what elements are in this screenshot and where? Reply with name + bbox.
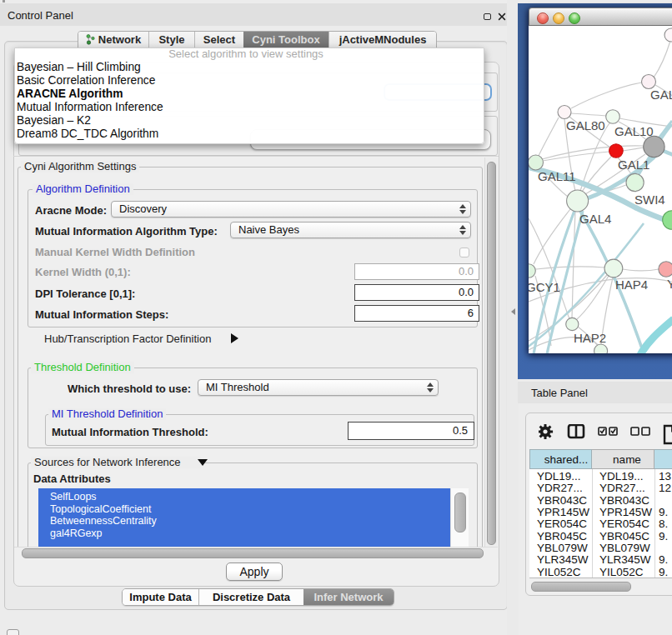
svg-text:GAL: GAL	[650, 88, 672, 102]
svg-text:GAL1: GAL1	[618, 158, 649, 172]
svg-text:SWI4: SWI4	[634, 192, 665, 207]
svg-text:Y: Y	[667, 277, 672, 291]
svg-text:GAL80: GAL80	[566, 118, 605, 132]
svg-text:HAP2: HAP2	[574, 331, 606, 345]
svg-text:GAL11: GAL11	[538, 169, 576, 183]
svg-text:GAL10: GAL10	[614, 124, 654, 138]
svg-text:HAP4: HAP4	[615, 278, 648, 292]
svg-text:GAL4: GAL4	[579, 212, 611, 226]
svg-text:GCY1: GCY1	[529, 280, 560, 294]
